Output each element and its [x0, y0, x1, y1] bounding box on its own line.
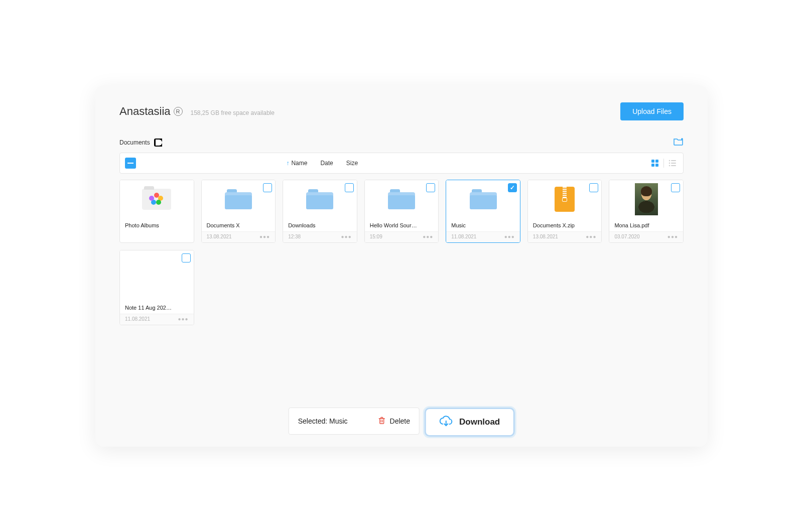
- file-name-label: Documents X: [207, 222, 271, 228]
- file-meta: 11.08.2021 ●●●: [446, 231, 520, 242]
- file-meta: 12:38 ●●●: [283, 231, 357, 242]
- file-card[interactable]: Music 11.08.2021 ●●●: [446, 180, 520, 243]
- sort-name-label: Name: [291, 160, 307, 167]
- folder-icon: [306, 189, 333, 209]
- file-thumbnail: [609, 180, 683, 218]
- delete-button[interactable]: Delete: [378, 417, 410, 426]
- file-date-label: 12:38: [288, 234, 301, 239]
- svg-point-10: [669, 165, 671, 167]
- action-info-panel: Selected: Music Delete: [289, 408, 420, 435]
- image-thumbnail-icon: [635, 183, 658, 215]
- file-thumbnail: [528, 180, 602, 218]
- trash-icon: [378, 417, 386, 426]
- file-more-icon[interactable]: ●●●: [341, 234, 352, 239]
- file-meta: 15:09 ●●●: [365, 231, 439, 242]
- file-card-body: Documents X.zip: [528, 218, 602, 231]
- folder-icon: [225, 189, 252, 209]
- svg-rect-2: [651, 160, 654, 163]
- breadcrumb-label: Documents: [119, 139, 150, 146]
- action-bar: Selected: Music Delete Download: [289, 408, 515, 437]
- select-all-toggle[interactable]: [125, 158, 136, 169]
- grid-view-button[interactable]: [649, 158, 660, 169]
- file-card-body: Note 11 Aug 202…: [120, 301, 194, 314]
- file-name-label: Documents X.zip: [533, 222, 597, 228]
- file-meta: 13.08.2021 ●●●: [528, 231, 602, 242]
- file-more-icon[interactable]: ●●●: [667, 234, 678, 239]
- file-card-body: Documents X: [202, 218, 276, 231]
- free-space-label: 158,25 GB free space available: [191, 109, 275, 116]
- file-card[interactable]: Photo Albums: [119, 180, 194, 243]
- file-date-label: 11.08.2021: [451, 234, 476, 239]
- registered-badge-icon: R: [174, 107, 183, 116]
- svg-rect-4: [651, 164, 654, 167]
- file-card-body: Hello World Sour…: [365, 218, 439, 231]
- photos-folder-icon: [142, 189, 171, 210]
- file-card[interactable]: Note 11 Aug 202… 11.08.2021 ●●●: [119, 250, 194, 325]
- select-checkbox[interactable]: [345, 183, 354, 192]
- svg-rect-5: [655, 164, 658, 167]
- select-checkbox[interactable]: [671, 183, 680, 192]
- select-checkbox[interactable]: [182, 253, 191, 262]
- file-card[interactable]: Documents X.zip 13.08.2021 ●●●: [527, 180, 602, 243]
- file-meta: 11.08.2021 ●●●: [120, 314, 194, 325]
- file-date-label: 11.08.2021: [125, 316, 150, 322]
- file-meta: 03.07.2020 ●●●: [609, 231, 683, 242]
- file-card-body: Music: [446, 218, 520, 231]
- new-folder-icon[interactable]: [674, 138, 684, 148]
- upload-files-button[interactable]: Upload Files: [620, 102, 684, 120]
- file-date-label: 13.08.2021: [207, 234, 232, 239]
- file-date-label: 03.07.2020: [614, 234, 639, 239]
- file-card-body: Mona Lisa.pdf: [609, 218, 683, 231]
- file-name-label: Note 11 Aug 202…: [125, 305, 189, 311]
- folder-icon: [388, 189, 415, 209]
- breadcrumb[interactable]: Documents: [119, 139, 162, 147]
- file-card[interactable]: Mona Lisa.pdf 03.07.2020 ●●●: [609, 180, 684, 243]
- select-checkbox[interactable]: [426, 183, 435, 192]
- cloud-download-icon: [439, 416, 453, 429]
- breadcrumb-row: Documents: [119, 138, 684, 148]
- header-left: Anastasiia R 158,25 GB free space availa…: [119, 105, 275, 118]
- file-date-label: 15:09: [370, 234, 382, 239]
- file-card-body: Photo Albums: [120, 218, 194, 233]
- header: Anastasiia R 158,25 GB free space availa…: [119, 102, 684, 120]
- svg-point-6: [669, 160, 671, 162]
- svg-rect-9: [671, 163, 676, 164]
- file-card-body: Downloads: [283, 218, 357, 231]
- user-name-label: Anastasiia R: [119, 105, 183, 118]
- file-more-icon[interactable]: ●●●: [423, 234, 433, 239]
- toolbar: ↑ Name Date Size: [119, 153, 684, 174]
- file-more-icon[interactable]: ●●●: [178, 316, 188, 322]
- svg-rect-7: [671, 160, 676, 161]
- file-card[interactable]: Downloads 12:38 ●●●: [283, 180, 357, 243]
- sort-by-date[interactable]: Date: [320, 160, 333, 167]
- download-button[interactable]: Download: [425, 408, 514, 437]
- file-thumbnail: [446, 180, 520, 218]
- download-label: Download: [459, 417, 500, 427]
- file-thumbnail: [202, 180, 276, 218]
- minus-icon: [127, 163, 133, 164]
- file-name-label: Mona Lisa.pdf: [614, 222, 678, 228]
- file-manager-window: Anastasiia R 158,25 GB free space availa…: [95, 85, 708, 447]
- folder-icon: [470, 189, 497, 209]
- sort-by-name[interactable]: ↑ Name: [286, 160, 307, 167]
- file-card[interactable]: Hello World Sour… 15:09 ●●●: [364, 180, 439, 243]
- sort-group: ↑ Name Date Size: [286, 160, 358, 167]
- selected-count-label: Selected: Music: [298, 417, 348, 425]
- list-view-button[interactable]: [667, 158, 678, 169]
- file-thumbnail: [283, 180, 357, 218]
- documents-app-icon: [154, 139, 162, 147]
- sort-arrow-up-icon: ↑: [286, 160, 289, 167]
- select-checkbox[interactable]: [263, 183, 272, 192]
- file-more-icon[interactable]: ●●●: [259, 234, 270, 239]
- file-more-icon[interactable]: ●●●: [504, 234, 515, 239]
- sort-date-label: Date: [320, 160, 333, 167]
- view-divider: [663, 159, 664, 168]
- select-checkbox[interactable]: [589, 183, 598, 192]
- sort-by-size[interactable]: Size: [346, 160, 358, 167]
- zip-file-icon: [555, 187, 575, 212]
- select-checkbox[interactable]: [508, 183, 517, 192]
- file-card[interactable]: Documents X 13.08.2021 ●●●: [201, 180, 276, 243]
- svg-rect-3: [655, 160, 658, 163]
- file-thumbnail: [365, 180, 439, 218]
- file-more-icon[interactable]: ●●●: [586, 234, 596, 239]
